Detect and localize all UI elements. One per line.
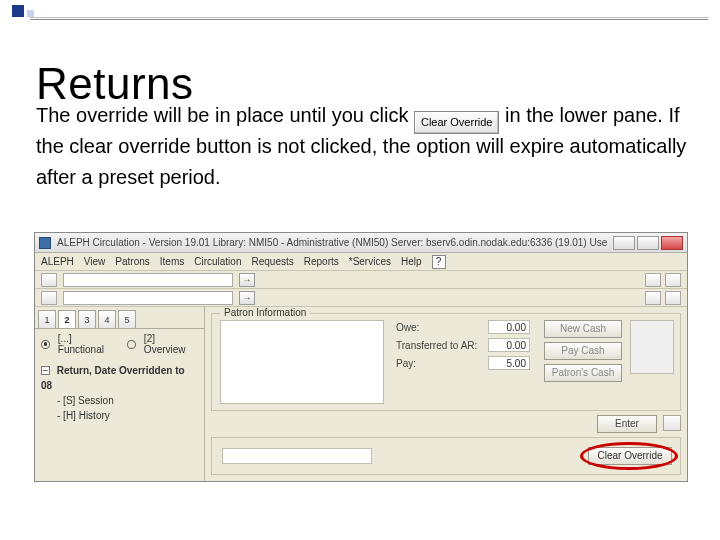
owe-label: Owe: bbox=[396, 322, 482, 333]
body-text-1: The override will be in place until you … bbox=[36, 104, 414, 126]
menubar: ALEPH View Patrons Items Circulation Req… bbox=[35, 253, 687, 271]
item-icon[interactable] bbox=[41, 291, 57, 305]
window-minimize-button[interactable] bbox=[613, 236, 635, 250]
go-arrow-icon[interactable]: → bbox=[239, 273, 255, 287]
window-titlebar: ALEPH Circulation - Version 19.01 Librar… bbox=[35, 233, 687, 253]
patron-info-title: Patron Information bbox=[220, 307, 310, 318]
new-cash-button[interactable]: New Cash bbox=[544, 320, 622, 338]
patron-icon[interactable] bbox=[41, 273, 57, 287]
menu-items[interactable]: Items bbox=[160, 256, 184, 267]
menu-view[interactable]: View bbox=[84, 256, 106, 267]
toolbar-icon-c[interactable] bbox=[645, 291, 661, 305]
window-title: ALEPH Circulation - Version 19.01 Librar… bbox=[57, 237, 607, 248]
pay-value: 5.00 bbox=[488, 356, 530, 370]
nav-tree: − Return, Date Overridden to 08 - [S] Se… bbox=[35, 359, 204, 427]
pay-cash-button[interactable]: Pay Cash bbox=[544, 342, 622, 360]
tree-root[interactable]: − Return, Date Overridden to 08 bbox=[41, 363, 198, 393]
menu-requests[interactable]: Requests bbox=[251, 256, 293, 267]
radio-overview-label: [2] Overview bbox=[144, 333, 198, 355]
radio-overview[interactable] bbox=[127, 340, 136, 349]
radio-functional[interactable] bbox=[41, 340, 50, 349]
tab-4[interactable]: 4 bbox=[98, 310, 116, 328]
tree-history[interactable]: - [H] History bbox=[57, 408, 198, 423]
patron-photo bbox=[630, 320, 674, 374]
main-area: 1 2 3 4 5 [...] Functional [2] Overview … bbox=[35, 307, 687, 481]
menu-aleph[interactable]: ALEPH bbox=[41, 256, 74, 267]
pay-label: Pay: bbox=[396, 358, 482, 369]
tree-root-label: Return, Date Overridden to 08 bbox=[41, 365, 185, 391]
menu-services[interactable]: *Services bbox=[349, 256, 391, 267]
toolbar-row-2: → bbox=[35, 289, 687, 307]
left-tabstrip: 1 2 3 4 5 bbox=[35, 307, 204, 329]
menu-patrons[interactable]: Patrons bbox=[115, 256, 149, 267]
toolbar-icon-b[interactable] bbox=[665, 273, 681, 287]
patrons-cash-button[interactable]: Patron's Cash bbox=[544, 364, 622, 382]
owe-value: 0.00 bbox=[488, 320, 530, 334]
slide-body: The override will be in place until you … bbox=[36, 100, 696, 193]
cash-buttons: New Cash Pay Cash Patron's Cash bbox=[544, 320, 622, 404]
radio-functional-label: [...] Functional bbox=[58, 333, 119, 355]
toolbar-icon-d[interactable] bbox=[665, 291, 681, 305]
transferred-label: Transferred to AR: bbox=[396, 340, 482, 351]
item-input[interactable] bbox=[63, 291, 233, 305]
enter-aux-icon[interactable] bbox=[663, 415, 681, 431]
tree-session[interactable]: - [S] Session bbox=[57, 393, 198, 408]
toolbar-icon-a[interactable] bbox=[645, 273, 661, 287]
toolbar-row-1: → bbox=[35, 271, 687, 289]
patron-input[interactable] bbox=[63, 273, 233, 287]
menu-help[interactable]: Help bbox=[401, 256, 422, 267]
aleph-window: ALEPH Circulation - Version 19.01 Librar… bbox=[34, 232, 688, 482]
enter-row: Enter bbox=[205, 415, 681, 433]
tab-2[interactable]: 2 bbox=[58, 310, 76, 328]
slide-rule-dark bbox=[30, 19, 708, 20]
window-close-button[interactable] bbox=[661, 236, 683, 250]
slide-bullet-deco bbox=[12, 4, 34, 17]
right-pane: Patron Information Owe: 0.00 Transferred… bbox=[205, 307, 687, 481]
go-arrow2-icon[interactable]: → bbox=[239, 291, 255, 305]
menu-circulation[interactable]: Circulation bbox=[194, 256, 241, 267]
clear-override-inline-button: Clear Override bbox=[414, 111, 500, 134]
help-icon[interactable]: ? bbox=[432, 255, 446, 269]
enter-button[interactable]: Enter bbox=[597, 415, 657, 433]
menu-reports[interactable]: Reports bbox=[304, 256, 339, 267]
tab-5[interactable]: 5 bbox=[118, 310, 136, 328]
mode-radio-row: [...] Functional [2] Overview bbox=[35, 329, 204, 359]
lower-pane: Clear Override bbox=[211, 437, 681, 475]
window-maximize-button[interactable] bbox=[637, 236, 659, 250]
left-pane: 1 2 3 4 5 [...] Functional [2] Overview … bbox=[35, 307, 205, 481]
slide-rule bbox=[30, 17, 708, 18]
clear-override-button[interactable]: Clear Override bbox=[588, 447, 672, 465]
app-icon bbox=[39, 237, 51, 249]
lower-input[interactable] bbox=[222, 448, 372, 464]
patron-balance-fields: Owe: 0.00 Transferred to AR: 0.00 Pay: 5… bbox=[396, 320, 530, 404]
collapse-icon[interactable]: − bbox=[41, 366, 50, 375]
patron-details-area bbox=[220, 320, 384, 404]
transferred-value: 0.00 bbox=[488, 338, 530, 352]
patron-info-group: Patron Information Owe: 0.00 Transferred… bbox=[211, 313, 681, 411]
tab-1[interactable]: 1 bbox=[38, 310, 56, 328]
tab-3[interactable]: 3 bbox=[78, 310, 96, 328]
